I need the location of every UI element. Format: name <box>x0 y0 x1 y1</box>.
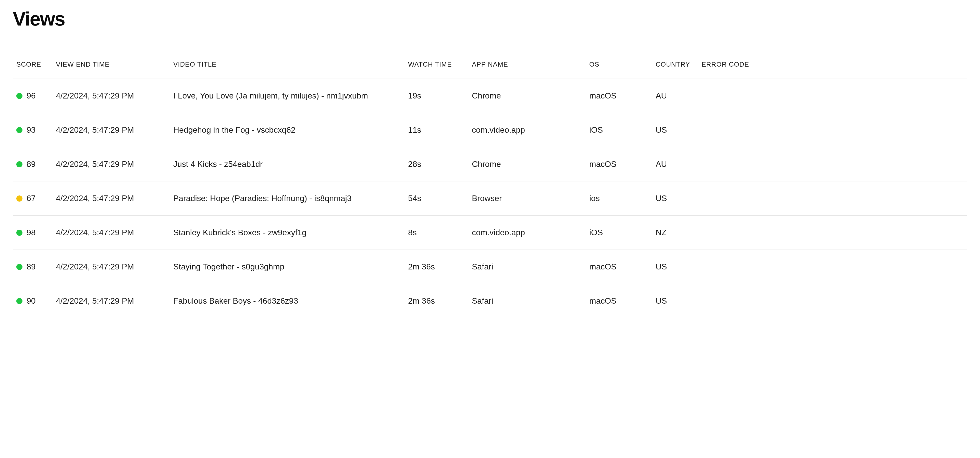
score-value: 90 <box>27 296 36 306</box>
cell-score: 67 <box>13 181 52 216</box>
cell-error-code <box>698 113 967 147</box>
column-header-video-title[interactable]: VIDEO TITLE <box>170 60 404 79</box>
cell-end-time: 4/2/2024, 5:47:29 PM <box>52 79 170 113</box>
score-value: 98 <box>27 228 36 237</box>
cell-score: 90 <box>13 284 52 318</box>
cell-app-name: Browser <box>468 181 586 216</box>
cell-error-code <box>698 147 967 181</box>
cell-app-name: Chrome <box>468 79 586 113</box>
cell-error-code <box>698 250 967 284</box>
cell-video-title: I Love, You Love (Ja milujem, ty milujes… <box>170 79 404 113</box>
cell-country: US <box>652 284 698 318</box>
column-header-score[interactable]: SCORE <box>13 60 52 79</box>
cell-end-time: 4/2/2024, 5:47:29 PM <box>52 147 170 181</box>
cell-country: NZ <box>652 216 698 250</box>
cell-score: 89 <box>13 147 52 181</box>
column-header-end-time[interactable]: VIEW END TIME <box>52 60 170 79</box>
cell-country: US <box>652 250 698 284</box>
table-row[interactable]: 894/2/2024, 5:47:29 PMStaying Together -… <box>13 250 967 284</box>
cell-video-title: Staying Together - s0gu3ghmp <box>170 250 404 284</box>
score-status-icon <box>16 196 22 202</box>
cell-error-code <box>698 216 967 250</box>
score-value: 89 <box>27 262 36 272</box>
cell-app-name: Safari <box>468 284 586 318</box>
score-status-icon <box>16 93 22 99</box>
table-row[interactable]: 964/2/2024, 5:47:29 PMI Love, You Love (… <box>13 79 967 113</box>
cell-video-title: Fabulous Baker Boys - 46d3z6z93 <box>170 284 404 318</box>
cell-score: 93 <box>13 113 52 147</box>
cell-video-title: Paradise: Hope (Paradies: Hoffnung) - is… <box>170 181 404 216</box>
cell-watch-time: 2m 36s <box>404 250 468 284</box>
column-header-os[interactable]: OS <box>586 60 652 79</box>
cell-watch-time: 54s <box>404 181 468 216</box>
cell-error-code <box>698 284 967 318</box>
cell-app-name: com.video.app <box>468 113 586 147</box>
page-title: Views <box>13 8 967 30</box>
table-row[interactable]: 934/2/2024, 5:47:29 PMHedgehog in the Fo… <box>13 113 967 147</box>
cell-os: iOS <box>586 113 652 147</box>
cell-watch-time: 19s <box>404 79 468 113</box>
score-status-icon <box>16 161 22 167</box>
cell-end-time: 4/2/2024, 5:47:29 PM <box>52 181 170 216</box>
cell-video-title: Stanley Kubrick's Boxes - zw9exyf1g <box>170 216 404 250</box>
cell-os: macOS <box>586 250 652 284</box>
cell-error-code <box>698 79 967 113</box>
column-header-country[interactable]: COUNTRY <box>652 60 698 79</box>
score-status-icon <box>16 230 22 236</box>
cell-app-name: Chrome <box>468 147 586 181</box>
table-header-row: SCORE VIEW END TIME VIDEO TITLE WATCH TI… <box>13 60 967 79</box>
table-row[interactable]: 674/2/2024, 5:47:29 PMParadise: Hope (Pa… <box>13 181 967 216</box>
cell-os: macOS <box>586 284 652 318</box>
score-status-icon <box>16 264 22 270</box>
column-header-app-name[interactable]: APP NAME <box>468 60 586 79</box>
score-value: 67 <box>27 194 36 203</box>
cell-os: iOS <box>586 216 652 250</box>
table-row[interactable]: 894/2/2024, 5:47:29 PMJust 4 Kicks - z54… <box>13 147 967 181</box>
cell-watch-time: 28s <box>404 147 468 181</box>
cell-watch-time: 2m 36s <box>404 284 468 318</box>
cell-end-time: 4/2/2024, 5:47:29 PM <box>52 250 170 284</box>
cell-app-name: com.video.app <box>468 216 586 250</box>
cell-country: AU <box>652 147 698 181</box>
cell-country: US <box>652 181 698 216</box>
cell-score: 89 <box>13 250 52 284</box>
cell-os: macOS <box>586 147 652 181</box>
cell-error-code <box>698 181 967 216</box>
cell-score: 98 <box>13 216 52 250</box>
views-table: SCORE VIEW END TIME VIDEO TITLE WATCH TI… <box>13 60 967 318</box>
cell-end-time: 4/2/2024, 5:47:29 PM <box>52 113 170 147</box>
score-status-icon <box>16 127 22 133</box>
cell-app-name: Safari <box>468 250 586 284</box>
score-value: 89 <box>27 159 36 169</box>
score-value: 93 <box>27 125 36 135</box>
cell-end-time: 4/2/2024, 5:47:29 PM <box>52 216 170 250</box>
table-row[interactable]: 904/2/2024, 5:47:29 PMFabulous Baker Boy… <box>13 284 967 318</box>
cell-watch-time: 11s <box>404 113 468 147</box>
cell-os: macOS <box>586 79 652 113</box>
cell-os: ios <box>586 181 652 216</box>
cell-country: AU <box>652 79 698 113</box>
cell-watch-time: 8s <box>404 216 468 250</box>
score-status-icon <box>16 298 22 304</box>
cell-country: US <box>652 113 698 147</box>
cell-video-title: Hedgehog in the Fog - vscbcxq62 <box>170 113 404 147</box>
table-row[interactable]: 984/2/2024, 5:47:29 PMStanley Kubrick's … <box>13 216 967 250</box>
cell-video-title: Just 4 Kicks - z54eab1dr <box>170 147 404 181</box>
score-value: 96 <box>27 91 36 100</box>
cell-score: 96 <box>13 79 52 113</box>
cell-end-time: 4/2/2024, 5:47:29 PM <box>52 284 170 318</box>
column-header-watch-time[interactable]: WATCH TIME <box>404 60 468 79</box>
column-header-error-code[interactable]: ERROR CODE <box>698 60 967 79</box>
